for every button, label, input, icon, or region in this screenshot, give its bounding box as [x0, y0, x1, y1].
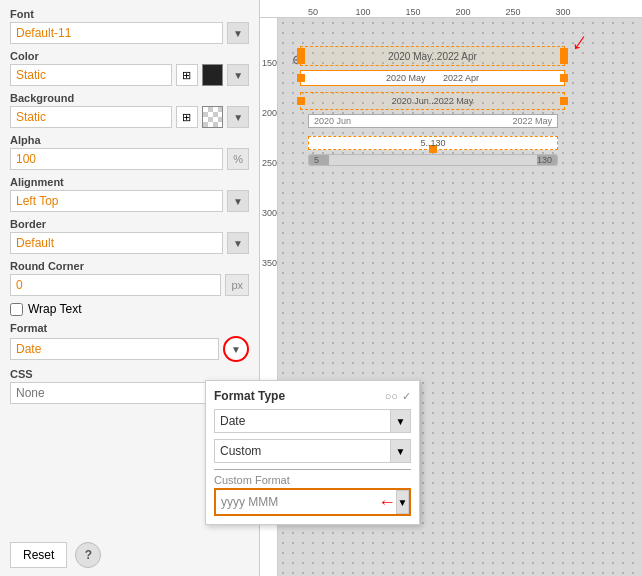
popup-title: Format Type [214, 389, 285, 403]
ruler-tick-200: 200 [262, 108, 277, 118]
gantt-bar-1[interactable]: 2020 May..2022 Apr [300, 46, 565, 66]
alpha-property: Alpha % [10, 134, 249, 170]
background-icon-btn[interactable]: ⊞ [176, 106, 198, 128]
color-dropdown-arrow[interactable]: ▼ [227, 64, 249, 86]
round-corner-unit: px [225, 274, 249, 296]
bar1-handle-bl[interactable] [297, 56, 305, 64]
bar3-handle-right[interactable] [560, 97, 568, 105]
font-dropdown-arrow[interactable]: ▼ [227, 22, 249, 44]
popup-check-icon: ✓ [402, 390, 411, 403]
reset-button[interactable]: Reset [10, 542, 67, 568]
border-label: Border [10, 218, 249, 230]
round-corner-input[interactable] [10, 274, 221, 296]
format-input[interactable] [10, 338, 219, 360]
gantt-bar-3[interactable]: 2020 Jun..2022 May [300, 92, 565, 110]
format-subtype-arrow[interactable]: ▼ [391, 439, 411, 463]
bar1-handle-br[interactable] [560, 56, 568, 64]
format-label: Format [10, 322, 249, 334]
background-label: Background [10, 92, 249, 104]
ruler-tick-300: 300 [555, 7, 570, 17]
bar3-text: 2020 Jun..2022 May [392, 96, 474, 106]
ruler-tick-150: 150 [405, 7, 420, 17]
background-swatch[interactable] [202, 106, 224, 128]
format-subtype-select[interactable]: Custom [214, 439, 391, 463]
custom-format-label: Custom Format [214, 469, 411, 486]
wrap-text-property: Wrap Text [10, 302, 249, 316]
background-input[interactable] [10, 106, 172, 128]
ruler-tick-50: 50 [308, 7, 318, 17]
red-arrow-icon: ← [378, 492, 396, 513]
custom-format-input[interactable] [216, 490, 376, 514]
border-property: Border ▼ [10, 218, 249, 254]
font-property: Font ▼ [10, 8, 249, 44]
bar5-text: 5..130 [420, 138, 445, 148]
alpha-input[interactable] [10, 148, 223, 170]
ruler-tick-250: 250 [262, 158, 277, 168]
bar1-handle-tr[interactable] [560, 48, 568, 56]
css-label: CSS [10, 368, 249, 380]
properties-panel: Font ▼ Color ⊞ ▼ Background ⊞ ▼ Alpha % [0, 0, 260, 576]
alpha-unit: % [227, 148, 249, 170]
alignment-dropdown-arrow[interactable]: ▼ [227, 190, 249, 212]
format-type-arrow[interactable]: ▼ [391, 409, 411, 433]
gantt-bar-4[interactable]: 2020 Jun 2022 May [308, 114, 558, 128]
border-input[interactable] [10, 232, 223, 254]
help-button[interactable]: ? [75, 542, 101, 568]
alignment-property: Alignment ▼ [10, 176, 249, 212]
alignment-input[interactable] [10, 190, 223, 212]
bar4-text-left: 2020 Jun [314, 116, 351, 126]
format-type-select[interactable]: Date [214, 409, 391, 433]
alignment-label: Alignment [10, 176, 249, 188]
popup-icons: ○○ ✓ [385, 390, 411, 403]
font-input[interactable] [10, 22, 223, 44]
bar1-handle-tl[interactable] [297, 48, 305, 56]
gantt-bar-2[interactable]: 2020 May 2022 Apr [300, 70, 565, 86]
ruler-top: 50 100 150 200 250 300 [260, 0, 642, 18]
alpha-label: Alpha [10, 134, 249, 146]
ruler-tick-250: 250 [505, 7, 520, 17]
border-dropdown-arrow[interactable]: ▼ [227, 232, 249, 254]
color-swatch[interactable] [202, 64, 224, 86]
ruler-tick-350: 350 [262, 258, 277, 268]
round-corner-label: Round Corner [10, 260, 249, 272]
background-property: Background ⊞ ▼ [10, 92, 249, 128]
font-label: Font [10, 8, 249, 20]
bottom-buttons: Reset ? [10, 534, 249, 568]
custom-format-arrow[interactable]: ▼ [396, 490, 409, 514]
color-input[interactable] [10, 64, 172, 86]
wrap-text-label: Wrap Text [28, 302, 82, 316]
red-arrow-indicator: ↓ [566, 25, 594, 58]
gantt-bar-6[interactable]: 5 130 [308, 154, 558, 166]
ruler-tick-150: 150 [262, 58, 277, 68]
background-dropdown-arrow[interactable]: ▼ [227, 106, 249, 128]
ruler-tick-100: 100 [355, 7, 370, 17]
ruler-tick-300: 300 [262, 208, 277, 218]
format-subtype-row: Custom ▼ [214, 439, 411, 463]
bar6-label-left: 5 [314, 155, 319, 165]
color-icon-btn[interactable]: ⊞ [176, 64, 198, 86]
gantt-bar-5[interactable]: 5..130 [308, 136, 558, 150]
custom-format-input-row: ← ▼ [214, 488, 411, 516]
bar2-text: 2020 May 2022 Apr [386, 73, 479, 83]
color-property: Color ⊞ ▼ [10, 50, 249, 86]
bar3-handle-left[interactable] [297, 97, 305, 105]
popup-circle-icon: ○○ [385, 390, 398, 403]
bar6-label-right: 130 [537, 155, 552, 165]
round-corner-property: Round Corner px [10, 260, 249, 296]
wrap-text-checkbox[interactable] [10, 303, 23, 316]
format-property: Format ▼ [10, 322, 249, 362]
bar2-handle-right[interactable] [560, 74, 568, 82]
bar2-handle-left[interactable] [297, 74, 305, 82]
color-label: Color [10, 50, 249, 62]
ruler-tick-200: 200 [455, 7, 470, 17]
format-dropdown-arrow[interactable]: ▼ [223, 336, 249, 362]
bar1-text: 2020 May..2022 Apr [388, 51, 477, 62]
bar4-text-right: 2022 May [512, 116, 552, 126]
format-type-row: Date ▼ [214, 409, 411, 433]
format-type-popup: Format Type ○○ ✓ Date ▼ Custom ▼ Custom … [205, 380, 420, 525]
